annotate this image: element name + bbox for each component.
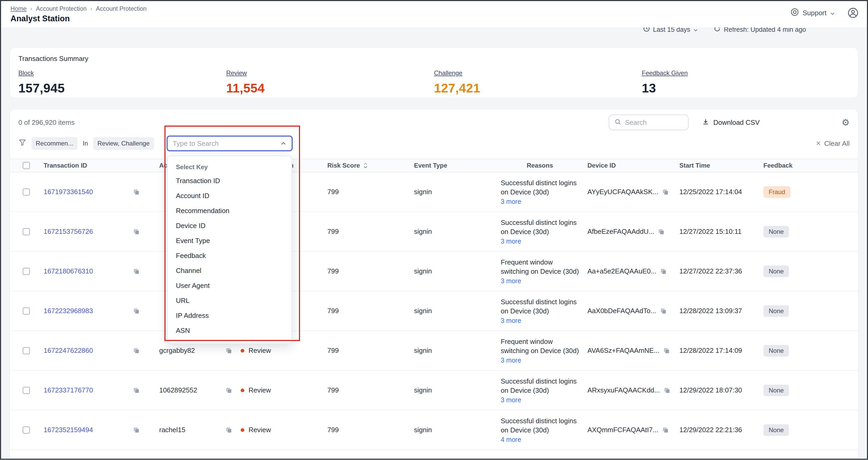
copy-icon[interactable] [225,347,232,354]
transaction-id-link[interactable]: 1672352159494 [43,426,133,434]
search-key-option[interactable]: Recommendation [167,203,291,218]
copy-icon[interactable] [133,427,140,433]
chevron-right-icon: › [30,5,32,12]
copy-icon[interactable] [660,268,667,275]
copy-icon[interactable] [133,387,140,394]
copy-icon[interactable] [225,427,232,433]
start-time: 12/27/2022 22:37:36 [679,267,742,275]
filter-field-chip[interactable]: Recommen... [32,137,78,150]
device-id: AXQmmFCFAQAAtI7... [587,426,658,434]
review-status-dot [241,389,244,392]
summary-metrics: Block 157,945 Review 11,554 Challenge 12… [19,67,849,95]
filter-value-chip[interactable]: Review, Challenge [93,137,154,150]
download-csv-button[interactable]: Download CSV [702,118,760,127]
sort-icon[interactable] [363,162,368,169]
transaction-id-link[interactable]: 1672247622860 [43,346,133,355]
dropdown-group-label: Select Key [167,160,291,174]
select-all-checkbox[interactable] [23,162,30,169]
table-body: 1671973361540 799 signin Successful dist… [10,172,858,459]
chevron-up-icon[interactable] [281,142,286,145]
summary-title: Transactions Summary [19,55,849,63]
clear-all-button[interactable]: ✕ Clear All [816,140,849,148]
metric-block-value: 157,945 [19,81,226,95]
gear-icon[interactable]: ⚙ [842,118,849,127]
search-key-option[interactable]: Account ID [167,188,291,203]
more-reasons-link[interactable]: 3 more [501,277,521,285]
refresh-button[interactable]: Refresh: Updated 4 min ago [714,27,806,34]
transaction-id-link[interactable]: 1672180676310 [43,267,133,275]
row-checkbox[interactable] [23,268,30,275]
metric-feedback-given-link[interactable]: Feedback Given [642,69,688,77]
search-input[interactable] [625,119,683,127]
search-key-option[interactable]: Channel [167,263,291,278]
event-type: signin [414,426,432,434]
transaction-id-link[interactable]: 1671973361540 [43,188,133,196]
risk-score: 799 [327,307,339,315]
copy-icon[interactable] [133,228,140,235]
more-reasons-link[interactable]: 4 more [501,436,521,443]
breadcrumb-account-protection[interactable]: Account Protection [36,5,87,12]
start-time: 12/28/2022 13:09:37 [679,307,742,315]
event-type: signin [414,386,432,394]
more-reasons-link[interactable]: 3 more [501,317,521,325]
copy-icon[interactable] [133,308,140,314]
copy-icon[interactable] [658,228,665,235]
copy-icon[interactable] [133,189,140,195]
risk-score: 799 [327,386,339,394]
row-checkbox[interactable] [23,426,30,434]
metric-challenge-link[interactable]: Challenge [434,69,462,77]
metric-block-link[interactable]: Block [19,69,34,77]
search-key-input[interactable]: Type to Search [166,135,293,151]
risk-score: 799 [327,227,339,236]
breadcrumb-home-link[interactable]: Home [10,5,27,12]
col-start-time: Start Time [671,162,755,169]
chevron-down-icon [693,27,698,33]
row-checkbox[interactable] [23,228,30,235]
more-reasons-link[interactable]: 3 more [501,357,521,364]
more-reasons-link[interactable]: 3 more [501,198,521,206]
start-time: 12/25/2022 17:14:04 [679,188,742,196]
table-row: 1672232968983 799 signin Successful dist… [10,292,858,331]
search-key-option[interactable]: Event Type [167,233,291,248]
support-icon [790,8,799,18]
search-key-option[interactable]: IP Address [167,308,291,323]
table-row: 1671973361540 799 signin Successful dist… [10,172,858,212]
device-id: ARxsyxuFAQAACKdd... [587,386,660,394]
search-key-option[interactable]: Transaction ID [167,174,291,188]
copy-icon[interactable] [663,387,671,394]
copy-icon[interactable] [660,308,667,314]
user-avatar[interactable] [847,7,859,19]
search-key-dropdown: Select Key Transaction IDAccount IDRecom… [167,155,292,344]
transactions-table-card: 0 of 296,920 items Download CSV ⚙ [9,109,859,459]
more-reasons-link[interactable]: 3 more [501,238,521,245]
search-key-option[interactable]: ASN [167,323,291,338]
row-checkbox[interactable] [23,307,30,315]
transaction-id-link[interactable]: 1672232968983 [43,307,133,315]
download-icon [702,118,709,127]
copy-icon[interactable] [662,189,669,195]
table-search[interactable] [609,115,688,130]
copy-icon[interactable] [133,268,140,275]
copy-icon[interactable] [225,387,232,394]
search-key-option[interactable]: Feedback [167,248,291,263]
copy-icon[interactable] [133,347,140,354]
search-key-option[interactable]: User Agent [167,278,291,293]
col-reasons: Reasons [492,162,579,169]
search-key-option[interactable]: Device ID [167,218,291,233]
table-header-row: Transaction ID Account ID Recommendation… [10,159,858,172]
search-key-option[interactable]: URL [167,293,291,308]
row-checkbox[interactable] [23,347,30,355]
start-time: 12/29/2022 18:07:30 [679,386,742,394]
copy-icon[interactable] [663,347,670,354]
time-range-dropdown[interactable]: Last 15 days [643,27,698,34]
copy-icon[interactable] [662,427,669,433]
row-checkbox[interactable] [23,188,30,196]
support-menu[interactable]: Support [790,8,835,18]
col-risk-score[interactable]: Risk Score [319,162,406,169]
transaction-id-link[interactable]: 1672337176770 [43,386,133,394]
metric-review-link[interactable]: Review [226,69,247,77]
row-checkbox[interactable] [23,387,30,394]
transaction-id-link[interactable]: 1672153756726 [43,227,133,236]
more-reasons-link[interactable]: 3 more [501,396,521,404]
metric-review: Review 11,554 [226,67,434,95]
